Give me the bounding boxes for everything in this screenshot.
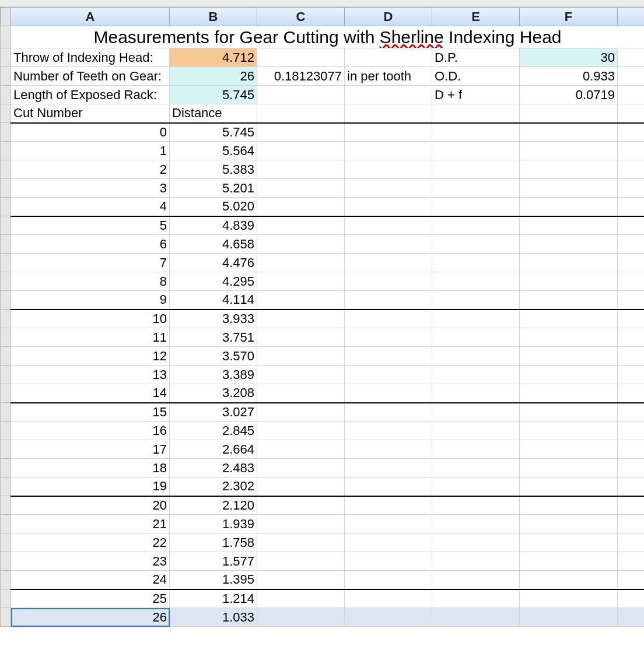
- table-row[interactable]: 84.295: [1, 272, 645, 291]
- distance-cell[interactable]: 4.295: [170, 272, 257, 291]
- distance-cell[interactable]: 1.395: [170, 571, 257, 589]
- row-header[interactable]: [1, 552, 11, 571]
- distance-cell[interactable]: 5.020: [170, 198, 257, 216]
- cell[interactable]: [618, 104, 645, 123]
- table-row[interactable]: 211.939: [1, 515, 645, 533]
- col-header-B[interactable]: B: [170, 8, 257, 26]
- table-row[interactable]: 35.201: [1, 179, 645, 198]
- cell[interactable]: [257, 459, 345, 478]
- table-row[interactable]: 261.033: [1, 608, 645, 627]
- row-throw[interactable]: Throw of Indexing Head: 4.712 D.P. 30: [1, 48, 645, 67]
- row-table-header[interactable]: Cut Number Distance: [1, 104, 645, 123]
- row-header[interactable]: [1, 310, 11, 328]
- cut-number-cell[interactable]: 2: [11, 160, 170, 179]
- spreadsheet-view[interactable]: A B C D E F Measurements for Gear Cuttin…: [0, 0, 644, 653]
- table-row[interactable]: 133.389: [1, 366, 645, 384]
- cell[interactable]: [618, 310, 645, 328]
- row-header[interactable]: [1, 328, 11, 347]
- cell[interactable]: [520, 403, 618, 422]
- row-header[interactable]: [1, 216, 11, 235]
- distance-cell[interactable]: 1.758: [170, 533, 257, 552]
- spreadsheet-grid[interactable]: A B C D E F Measurements for Gear Cuttin…: [0, 7, 644, 627]
- row-header[interactable]: [1, 478, 11, 496]
- cell[interactable]: [257, 347, 345, 366]
- cell[interactable]: [618, 459, 645, 478]
- row-header[interactable]: [1, 272, 11, 291]
- cell[interactable]: [257, 384, 345, 403]
- cut-number-header[interactable]: Cut Number: [11, 104, 170, 123]
- throw-label[interactable]: Throw of Indexing Head:: [11, 48, 170, 67]
- row-header[interactable]: [1, 422, 11, 440]
- cell[interactable]: [520, 422, 618, 440]
- cell[interactable]: [345, 160, 432, 179]
- df-value[interactable]: 0.0719: [520, 86, 618, 104]
- dp-label[interactable]: D.P.: [432, 48, 520, 67]
- row-header[interactable]: [1, 142, 11, 160]
- table-row[interactable]: 25.383: [1, 160, 645, 179]
- distance-cell[interactable]: 3.027: [170, 403, 257, 422]
- cell[interactable]: [432, 496, 520, 515]
- cell[interactable]: [257, 254, 345, 272]
- cell[interactable]: [618, 608, 645, 627]
- cell[interactable]: [618, 67, 645, 86]
- distance-cell[interactable]: 5.745: [170, 123, 257, 142]
- row-header[interactable]: [1, 571, 11, 589]
- cell[interactable]: [257, 48, 345, 67]
- distance-cell[interactable]: 5.383: [170, 160, 257, 179]
- cell[interactable]: [618, 552, 645, 571]
- cell[interactable]: [520, 104, 618, 123]
- cell[interactable]: [520, 216, 618, 235]
- cell[interactable]: [520, 571, 618, 589]
- cell[interactable]: [257, 179, 345, 198]
- row-header[interactable]: [1, 589, 11, 608]
- cell[interactable]: [345, 478, 432, 496]
- cell[interactable]: [345, 328, 432, 347]
- distance-cell[interactable]: 1.214: [170, 589, 257, 608]
- table-row[interactable]: 94.114: [1, 291, 645, 310]
- cut-number-cell[interactable]: 15: [11, 403, 170, 422]
- rack-label[interactable]: Length of Exposed Rack:: [11, 86, 170, 104]
- distance-cell[interactable]: 1.033: [170, 608, 257, 627]
- cell[interactable]: [345, 440, 432, 459]
- cell[interactable]: [520, 272, 618, 291]
- cut-number-cell[interactable]: 21: [11, 515, 170, 533]
- col-header-A[interactable]: A: [11, 8, 170, 26]
- cell[interactable]: [432, 608, 520, 627]
- cell[interactable]: [257, 515, 345, 533]
- cell[interactable]: [520, 328, 618, 347]
- cell[interactable]: [618, 533, 645, 552]
- table-row[interactable]: 202.120: [1, 496, 645, 515]
- cell[interactable]: [345, 366, 432, 384]
- cell[interactable]: [432, 571, 520, 589]
- row-header[interactable]: [1, 179, 11, 198]
- cell[interactable]: [257, 496, 345, 515]
- cut-number-cell[interactable]: 10: [11, 310, 170, 328]
- cell[interactable]: [257, 104, 345, 123]
- cell[interactable]: [618, 422, 645, 440]
- cut-number-cell[interactable]: 1: [11, 142, 170, 160]
- cut-number-cell[interactable]: 14: [11, 384, 170, 403]
- cell[interactable]: [345, 459, 432, 478]
- cut-number-cell[interactable]: 22: [11, 533, 170, 552]
- cell[interactable]: [618, 403, 645, 422]
- cell[interactable]: [432, 478, 520, 496]
- cell[interactable]: [520, 459, 618, 478]
- cell[interactable]: [618, 440, 645, 459]
- cell[interactable]: [257, 235, 345, 254]
- col-header-E[interactable]: E: [432, 8, 520, 26]
- cell[interactable]: [257, 478, 345, 496]
- table-row[interactable]: 251.214: [1, 589, 645, 608]
- row-header[interactable]: [1, 515, 11, 533]
- cut-number-cell[interactable]: 6: [11, 235, 170, 254]
- cut-number-cell[interactable]: 24: [11, 571, 170, 589]
- distance-header[interactable]: Distance: [170, 104, 257, 123]
- row-rack[interactable]: Length of Exposed Rack: 5.745 D + f 0.07…: [1, 86, 645, 104]
- table-row[interactable]: 123.570: [1, 347, 645, 366]
- table-row[interactable]: 153.027: [1, 403, 645, 422]
- distance-cell[interactable]: 5.201: [170, 179, 257, 198]
- cell[interactable]: [618, 384, 645, 403]
- row-header[interactable]: [1, 440, 11, 459]
- cell[interactable]: [618, 347, 645, 366]
- cell[interactable]: [432, 160, 520, 179]
- cell[interactable]: [257, 86, 345, 104]
